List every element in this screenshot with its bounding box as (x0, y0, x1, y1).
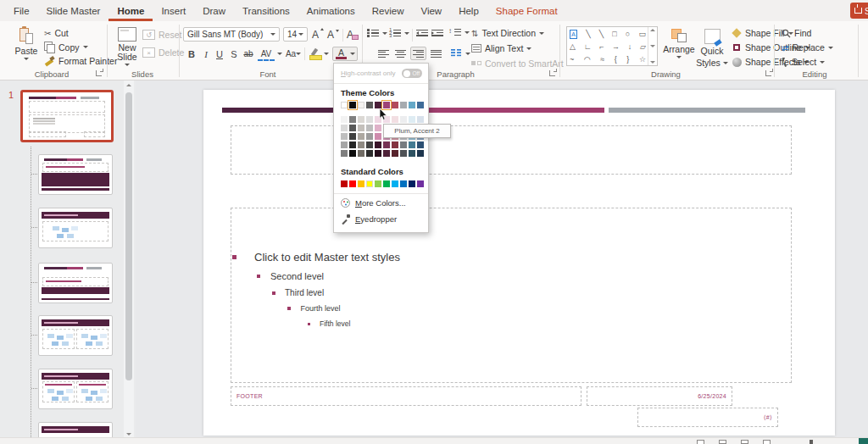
convert-to-smartart-button[interactable]: Convert to SmartArt (471, 58, 572, 69)
color-swatch[interactable] (392, 150, 398, 157)
select-button[interactable]: Select (782, 57, 825, 67)
decrease-indent-button[interactable] (416, 29, 428, 37)
color-swatch[interactable] (375, 133, 381, 140)
color-swatch[interactable] (366, 142, 373, 148)
color-swatch[interactable] (358, 142, 364, 148)
color-swatch[interactable] (375, 125, 381, 131)
shapes-gallery[interactable]: A╲╲□○▭ △∟⌐→↓▱ ~◠≈{}☆ (566, 26, 658, 66)
font-name-combobox[interactable]: Gill Sans MT (Body) (183, 27, 280, 42)
italic-button[interactable]: I (201, 47, 211, 61)
line-spacing-button[interactable]: ↕ (448, 28, 470, 36)
shapes-gallery-scroll[interactable] (648, 27, 657, 65)
color-swatch[interactable] (366, 116, 373, 123)
change-case-button[interactable]: Aa (286, 47, 301, 61)
color-swatch[interactable] (358, 102, 364, 108)
color-swatch[interactable] (358, 180, 364, 187)
shape-icon[interactable]: ╲ (586, 30, 590, 38)
color-swatch[interactable] (400, 116, 407, 123)
font-color-button[interactable]: A (332, 47, 358, 61)
slide-master-editing-surface[interactable]: Click to edit Master text styles Second … (203, 90, 835, 436)
layout-thumbnail-comparison[interactable] (38, 369, 113, 409)
delete-button[interactable]: × Delete (142, 47, 184, 58)
color-swatch[interactable] (383, 102, 390, 108)
color-swatch[interactable] (341, 102, 348, 108)
menu-help[interactable]: Help (450, 0, 487, 21)
scrollbar-up-icon[interactable] (126, 84, 131, 86)
justify-button[interactable] (431, 49, 442, 58)
menu-draw[interactable]: Draw (194, 0, 234, 21)
layout-thumbnail-section[interactable] (38, 263, 113, 303)
bold-button[interactable]: B (186, 47, 198, 61)
accent-bar-gray[interactable] (609, 108, 805, 113)
color-swatch[interactable] (409, 150, 415, 157)
character-spacing-chevron[interactable] (276, 47, 283, 61)
highlight-color-chevron[interactable] (323, 47, 330, 61)
layout-thumbnail-content[interactable] (38, 208, 113, 248)
slideshow-view-icon[interactable] (763, 440, 771, 444)
layout-thumbnail-title[interactable] (38, 154, 113, 195)
bullet-level-3[interactable]: Third level (272, 288, 324, 297)
drawing-dialog-launcher-icon[interactable] (765, 70, 771, 76)
color-swatch[interactable] (341, 116, 348, 123)
align-left-button[interactable] (378, 49, 389, 58)
numbering-button[interactable]: 123 (389, 29, 409, 37)
scrollbar-down-icon[interactable] (126, 433, 131, 436)
menu-review[interactable]: Review (364, 0, 413, 21)
color-swatch[interactable] (366, 125, 373, 131)
shape-icon[interactable]: A (570, 30, 577, 39)
arrange-button[interactable]: Arrange (663, 29, 695, 58)
color-swatch[interactable] (417, 150, 424, 157)
shape-icon[interactable]: ∟ (584, 42, 592, 51)
cut-button[interactable]: ✂ Cut (44, 28, 69, 38)
find-button[interactable]: Find (782, 28, 811, 38)
footer-placeholder[interactable]: FOOTER (231, 386, 581, 406)
reading-view-icon[interactable] (741, 440, 748, 444)
shadow-button[interactable]: S (228, 47, 240, 61)
eyedropper-menu-item[interactable]: Eyedropper (341, 214, 397, 224)
highlight-color-button[interactable] (308, 47, 321, 61)
color-swatch[interactable] (417, 142, 424, 148)
clear-formatting-button[interactable]: A (347, 29, 353, 41)
color-swatch[interactable] (409, 102, 415, 108)
menu-file[interactable]: File (5, 0, 38, 21)
share-button[interactable]: Sh (850, 3, 868, 19)
color-swatch[interactable] (400, 102, 407, 108)
align-right-button[interactable] (410, 47, 426, 60)
shape-icon[interactable]: △ (570, 42, 576, 51)
align-text-button[interactable]: Align Text (471, 43, 531, 53)
increase-font-size-button[interactable]: A (312, 29, 319, 41)
color-swatch[interactable] (358, 133, 364, 140)
color-swatch[interactable] (358, 116, 364, 123)
clipboard-dialog-launcher-icon[interactable] (96, 70, 102, 76)
color-swatch[interactable] (349, 133, 356, 140)
color-swatch[interactable] (349, 102, 356, 108)
color-swatch[interactable] (349, 180, 356, 187)
reset-button[interactable]: ↺ Reset (142, 30, 181, 40)
columns-button[interactable] (451, 49, 470, 58)
slide-master-thumbnail-selected[interactable] (20, 90, 114, 142)
slide-sorter-view-icon[interactable] (719, 440, 726, 444)
color-swatch[interactable] (366, 150, 373, 157)
color-swatch[interactable] (392, 116, 398, 123)
color-swatch[interactable] (358, 125, 364, 131)
fit-slide-icon[interactable] (859, 438, 868, 444)
menu-view[interactable]: View (412, 0, 450, 21)
zoom-slider-handle[interactable] (810, 440, 813, 444)
bullet-level-2[interactable]: Second level (257, 271, 324, 281)
more-colors-menu-item[interactable]: More Colors... (341, 198, 406, 208)
shape-icon[interactable]: □ (612, 30, 616, 38)
underline-button[interactable]: U (214, 47, 225, 61)
color-swatch[interactable] (341, 180, 348, 187)
color-swatch[interactable] (400, 142, 407, 148)
color-swatch[interactable] (392, 102, 398, 108)
color-swatch[interactable] (358, 150, 364, 157)
layout-thumbnail-two-content[interactable] (38, 315, 113, 356)
color-swatch[interactable] (383, 150, 390, 157)
character-spacing-button[interactable]: AV (258, 47, 275, 61)
text-direction-button[interactable]: ⇅ Text Direction (471, 28, 544, 38)
color-swatch[interactable] (341, 133, 348, 140)
copy-button[interactable]: Copy (44, 42, 88, 53)
bullets-button[interactable] (367, 29, 387, 37)
bullet-level-5[interactable]: Fifth level (308, 319, 350, 328)
date-placeholder[interactable]: 6/25/2024 (587, 386, 732, 406)
